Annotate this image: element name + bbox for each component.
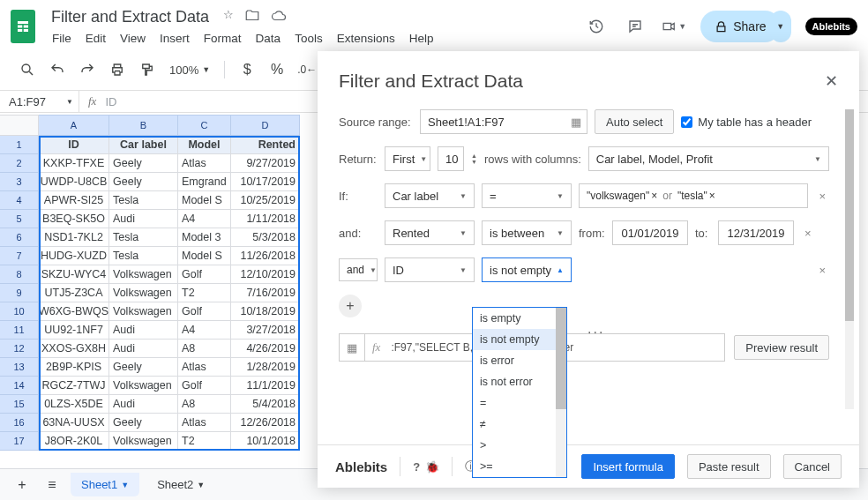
cell[interactable]: Tesla [109,191,178,210]
paste-result-button[interactable]: Paste result [687,454,771,479]
menu-insert[interactable]: Insert [153,30,196,47]
dropdown-option[interactable]: ≠ [473,414,566,435]
cell[interactable]: Golf [178,265,231,284]
row-header[interactable]: 7 [0,247,39,265]
cell[interactable]: Atlas [178,414,231,432]
return-mode-select[interactable]: First▼ [385,146,430,171]
cell[interactable]: Geely [109,414,178,432]
cancel-button[interactable]: Cancel [783,454,842,479]
stepper-down-icon[interactable]: ▼ [471,159,477,165]
col-header[interactable]: A [39,115,109,136]
add-sheet-button[interactable]: + [11,474,34,496]
share-dropdown[interactable]: ▼ [770,11,791,42]
menu-view[interactable]: View [114,30,152,47]
cell[interactable]: 5/3/2018 [231,228,300,247]
cell[interactable]: 1/11/2018 [231,210,300,228]
spreadsheet-grid[interactable]: ABCD1IDCar labelModelRented2KXKP-TFXEGee… [0,115,318,451]
grid-picker-icon[interactable]: ▦ [571,116,581,129]
row-header[interactable]: 10 [0,302,39,321]
if-op-select[interactable]: =▼ [482,183,572,208]
preview-button[interactable]: Preview result [734,335,829,360]
row-header[interactable]: 11 [0,321,39,340]
if-col-select[interactable]: Car label▼ [385,183,475,208]
row-header[interactable]: 5 [0,210,39,228]
has-header-checkbox-input[interactable] [681,116,692,128]
bug-icon[interactable]: 🐞 [425,460,439,474]
source-range-input[interactable]: Sheet1!A1:F97 ▦ [420,109,587,134]
and2-col-select[interactable]: ID▼ [385,257,475,282]
ablebits-badge[interactable]: Ablebits [805,18,857,35]
fx-content[interactable]: ID [105,95,116,108]
cell[interactable]: Geely [109,358,178,377]
dropdown-option[interactable]: is not empty [473,329,566,350]
share-button[interactable]: Share [700,11,780,42]
cell[interactable]: Model S [178,247,231,265]
cell[interactable]: J8OR-2K0L [39,432,109,451]
menu-tools[interactable]: Tools [288,30,329,47]
sheet-tab-2[interactable]: Sheet2 ▼ [146,473,215,496]
return-cols-select[interactable]: Car label, Model, Profit▼ [588,146,829,171]
row-header[interactable]: 8 [0,265,39,284]
cell[interactable]: 0LZS-X5DE [39,395,109,414]
help-icon[interactable]: ? [413,460,420,474]
remove-condition-icon[interactable]: × [815,264,829,277]
remove-tag-icon[interactable]: × [709,190,715,202]
col-header[interactable]: C [178,115,231,136]
add-condition-button[interactable]: + [339,295,362,317]
cell[interactable]: 4/26/2019 [231,340,300,358]
logic-select[interactable]: and▼ [339,258,378,281]
search-icon[interactable] [16,58,39,81]
cell[interactable]: UTJ5-Z3CA [39,284,109,302]
cell[interactable]: 1/28/2019 [231,358,300,377]
cell[interactable]: A4 [178,321,231,340]
row-header[interactable]: 6 [0,228,39,247]
redo-icon[interactable] [76,58,99,81]
scrollbar[interactable] [556,308,566,477]
dropdown-option[interactable]: >= [473,456,566,477]
row-header[interactable]: 1 [0,136,39,154]
row-header[interactable]: 16 [0,414,39,432]
menu-data[interactable]: Data [250,30,288,47]
cell[interactable]: T2 [178,284,231,302]
cell[interactable]: KXKP-TFXE [39,154,109,173]
cell[interactable]: Geely [109,154,178,173]
cell[interactable]: Tesla [109,247,178,265]
history-icon[interactable] [584,14,609,39]
cell[interactable]: ID [39,136,109,154]
if-value-input[interactable]: "volkswagen" × or "tesla" × [579,183,808,208]
cell[interactable]: Car label [109,136,178,154]
insert-formula-button[interactable]: Insert formula [581,454,674,479]
row-header[interactable]: 3 [0,173,39,191]
remove-tag-icon[interactable]: × [651,190,657,202]
cell[interactable]: A4 [178,210,231,228]
cell[interactable]: 3/27/2018 [231,321,300,340]
move-icon[interactable] [244,8,260,26]
row-header[interactable]: 4 [0,191,39,210]
cell[interactable]: Tesla [109,228,178,247]
panel-scrollbar[interactable] [845,109,854,409]
remove-condition-icon[interactable]: × [801,227,815,240]
close-icon[interactable]: ✕ [825,71,838,91]
cell[interactable]: 5/4/2018 [231,395,300,414]
dropdown-option[interactable]: = [473,392,566,414]
comment-icon[interactable] [623,14,647,39]
cell[interactable]: Volkswagen [109,284,178,302]
paint-format-icon[interactable] [136,58,159,81]
zoom-select[interactable]: 100%▼ [166,63,213,77]
dropdown-option[interactable]: > [473,435,566,456]
cell[interactable]: A8 [178,340,231,358]
row-header[interactable]: 14 [0,377,39,395]
cell[interactable]: T2 [178,432,231,451]
cell[interactable]: Golf [178,302,231,321]
cell[interactable]: Atlas [178,154,231,173]
return-n-input[interactable]: 10 [438,146,464,171]
print-icon[interactable] [106,58,129,81]
doc-title[interactable]: Filter and Extract Data [46,6,214,28]
auto-select-button[interactable]: Auto select [595,109,674,134]
row-header[interactable]: 2 [0,154,39,173]
cell[interactable]: SKZU-WYC4 [39,265,109,284]
cell[interactable]: Model S [178,191,231,210]
menu-edit[interactable]: Edit [79,30,112,47]
from-date-input[interactable]: 01/01/2019 [612,220,688,245]
dropdown-option[interactable]: is empty [473,308,566,329]
